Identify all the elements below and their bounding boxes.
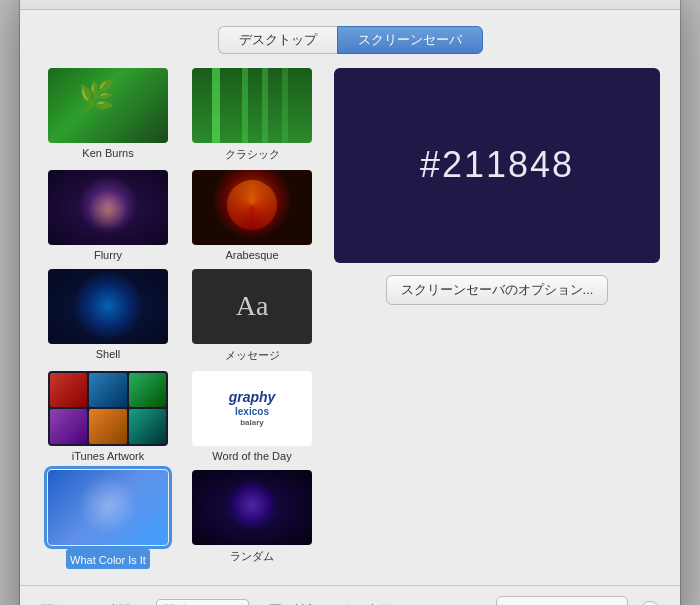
screensaver-item-ken-burns[interactable]: Ken Burns: [40, 68, 176, 162]
whatcolor-selected-indicator: What Color Is It: [66, 549, 150, 569]
preview-area: #211848 スクリーンセーバのオプション...: [334, 68, 660, 569]
aa-display: Aa: [236, 290, 269, 322]
thumb-ken-burns: [48, 68, 168, 143]
clock-label: 時計と一緒に表示: [288, 602, 392, 606]
screensaver-grid: Ken Burns クラシック Flurry: [40, 68, 320, 569]
screensaver-item-arabesque[interactable]: Arabesque: [184, 170, 320, 261]
album-4: [50, 409, 87, 444]
screensaver-label-word: Word of the Day: [212, 450, 291, 462]
screensaver-label-itunes: iTunes Artwork: [72, 450, 144, 462]
thumb-flurry: [48, 170, 168, 245]
screensaver-item-shell[interactable]: Shell: [40, 269, 176, 363]
album-6: [129, 409, 166, 444]
content-area: デスクトップ スクリーンセーバ Ken Burns: [20, 10, 680, 585]
tab-bar: デスクトップ スクリーンセーバ: [40, 26, 660, 54]
screensaver-label-ken-burns: Ken Burns: [82, 147, 133, 159]
screensaver-label-classic: クラシック: [225, 147, 280, 162]
screensaver-item-word[interactable]: graphy lexicos balary Word of the Day: [184, 371, 320, 462]
screensaver-item-random[interactable]: ランダム: [184, 470, 320, 569]
screensaver-label-whatcolor: What Color Is It: [70, 554, 146, 566]
start-time-label: 開始までの時間：: [40, 602, 144, 606]
screensaver-label-arabesque: Arabesque: [225, 249, 278, 261]
screensaver-label-shell: Shell: [96, 348, 120, 360]
thumb-whatcolor: [48, 470, 168, 545]
whatcolor-label-container: What Color Is It: [66, 549, 150, 569]
clock-check-container: 時計と一緒に表示: [269, 602, 392, 606]
screensaver-list: Ken Burns クラシック Flurry: [40, 68, 320, 569]
album-1: [50, 373, 87, 408]
album-3: [129, 373, 166, 408]
screensaver-item-message[interactable]: Aa メッセージ: [184, 269, 320, 363]
thumb-word: graphy lexicos balary: [192, 371, 312, 446]
thumb-random: [192, 470, 312, 545]
screensaver-item-flurry[interactable]: Flurry: [40, 170, 176, 261]
screensaver-item-itunes[interactable]: iTunes Artwork: [40, 371, 176, 462]
options-container: スクリーンセーバのオプション...: [334, 275, 660, 305]
tab-screensaver[interactable]: スクリーンセーバ: [337, 26, 483, 54]
start-time-value: 開始しない: [163, 602, 228, 606]
album-5: [89, 409, 126, 444]
preview-box: #211848: [334, 68, 660, 263]
screensaver-label-random: ランダム: [230, 549, 274, 564]
preview-color-text: #211848: [420, 144, 574, 186]
thumb-message: Aa: [192, 269, 312, 344]
screensaver-options-button[interactable]: スクリーンセーバのオプション...: [386, 275, 609, 305]
titlebar: ‹ › デスクトップとスクリーンセーバ 🔍 検索: [20, 0, 680, 10]
screensaver-label-message: メッセージ: [225, 348, 280, 363]
thumb-itunes: [48, 371, 168, 446]
thumb-arabesque: [192, 170, 312, 245]
bottom-bar: 開始までの時間： 開始しない ⌄ 時計と一緒に表示 ホットコーナー... ?: [20, 585, 680, 606]
hot-corners-button[interactable]: ホットコーナー...: [496, 596, 628, 606]
screensaver-label-flurry: Flurry: [94, 249, 122, 261]
help-button[interactable]: ?: [640, 601, 660, 606]
tab-desktop[interactable]: デスクトップ: [218, 26, 337, 54]
thumb-classic: [192, 68, 312, 143]
main-area: Ken Burns クラシック Flurry: [40, 68, 660, 569]
start-time-select[interactable]: 開始しない ⌄: [156, 599, 249, 606]
thumb-shell: [48, 269, 168, 344]
screensaver-item-whatcolor[interactable]: What Color Is It: [40, 470, 176, 569]
screensaver-item-classic[interactable]: クラシック: [184, 68, 320, 162]
album-2: [89, 373, 126, 408]
word-display: graphy lexicos balary: [229, 389, 276, 427]
main-window: ‹ › デスクトップとスクリーンセーバ 🔍 検索 デスクトップ スクリーンセーバ: [20, 0, 680, 605]
